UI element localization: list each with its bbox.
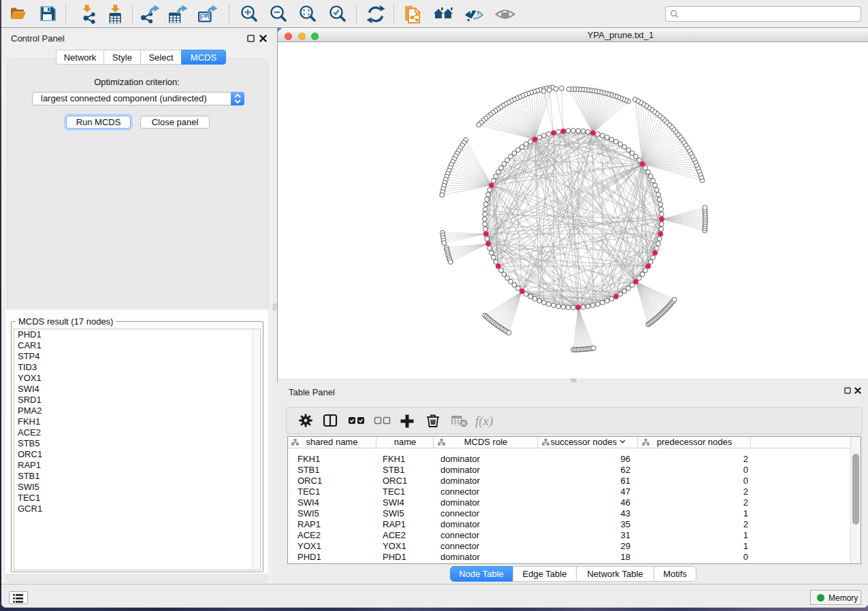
svg-text:f(x): f(x)	[475, 414, 493, 429]
